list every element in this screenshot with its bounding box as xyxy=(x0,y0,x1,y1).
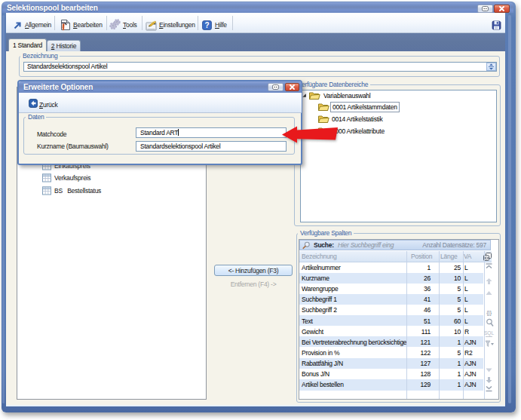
svg-text:?: ? xyxy=(205,21,210,29)
